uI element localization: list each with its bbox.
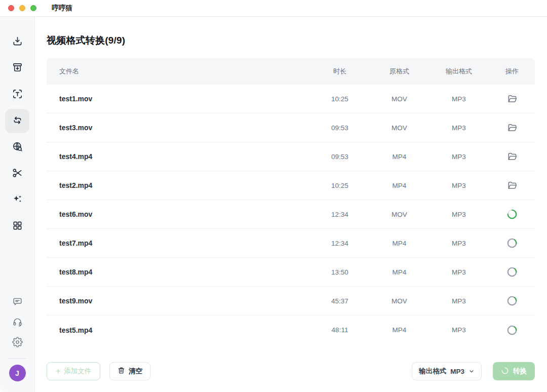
target-format: MP3: [428, 211, 489, 218]
progress-spinner: [506, 325, 518, 336]
app-window: 哼哼猫: [0, 0, 547, 392]
zoom-button[interactable]: [30, 5, 36, 11]
open-folder-button[interactable]: [507, 151, 518, 162]
trash-icon: [118, 367, 125, 376]
close-button[interactable]: [8, 5, 14, 11]
sidebar-item-archive-import[interactable]: [5, 56, 29, 81]
file-name: test8.mp4: [47, 268, 309, 276]
download-icon: [12, 35, 23, 49]
target-format: MP3: [428, 124, 489, 132]
clear-label: 清空: [129, 367, 142, 376]
plus-icon: +: [56, 367, 60, 375]
user-avatar[interactable]: J: [9, 365, 26, 381]
sidebar-item-feedback[interactable]: [7, 292, 27, 312]
minimize-button[interactable]: [19, 5, 25, 11]
archive-import-icon: [12, 62, 23, 75]
table-row: test1.mov 10:25 MOV MP3: [47, 85, 535, 113]
table-row: test5.mp4 48:11 MP4 MP3: [47, 316, 535, 344]
target-format: MP3: [428, 326, 489, 334]
target-format: MP3: [428, 153, 489, 161]
page-title: 视频格式转换(9/9): [47, 34, 535, 47]
titlebar: 哼哼猫: [0, 0, 547, 17]
table-row: test2.mp4 10:25 MP4 MP3: [47, 171, 535, 200]
file-duration: 48:11: [309, 326, 370, 334]
main-content: 视频格式转换(9/9) 文件名 时长 原格式 输出格式 操作 test1.mov…: [35, 17, 547, 392]
web-search-icon: [12, 141, 23, 154]
sidebar-divider: [8, 358, 27, 359]
open-folder-button[interactable]: [507, 180, 518, 191]
source-format: MP4: [370, 182, 428, 189]
feedback-icon: [12, 296, 23, 308]
file-name: test2.mp4: [47, 181, 309, 189]
progress-spinner: [506, 238, 518, 249]
table-row: test6.mov 12:34 MOV MP3: [47, 200, 535, 229]
sidebar-item-text-scan[interactable]: [5, 83, 29, 107]
source-format: MOV: [370, 124, 428, 132]
source-format: MOV: [370, 95, 428, 103]
sidebar-item-ai[interactable]: [5, 188, 29, 212]
scissors-icon: [12, 167, 23, 180]
column-header-output-format: 输出格式: [428, 67, 489, 76]
chevron-down-icon: [468, 368, 475, 374]
column-header-action: 操作: [489, 67, 535, 76]
apps-grid-icon: [12, 220, 23, 233]
clear-button[interactable]: 清空: [109, 362, 150, 380]
sidebar: J: [0, 17, 35, 392]
file-name: test9.mov: [47, 297, 309, 305]
table-body: test1.mov 10:25 MOV MP3 test3.mov 09:53 …: [47, 85, 535, 344]
target-format: MP3: [428, 182, 489, 189]
source-format: MOV: [370, 211, 428, 218]
footer-bar: + 添加文件 清空 输出格式 MP3 转换: [47, 362, 535, 380]
table-header: 文件名 时长 原格式 输出格式 操作: [47, 58, 535, 85]
target-format: MP3: [428, 95, 489, 103]
file-duration: 45:37: [309, 297, 370, 305]
sidebar-item-web-search[interactable]: [5, 135, 29, 160]
target-format: MP3: [428, 268, 489, 276]
file-name: test5.mp4: [47, 326, 309, 334]
convert-button[interactable]: 转换: [493, 362, 535, 380]
sidebar-item-format-convert[interactable]: [5, 109, 29, 133]
target-format: MP3: [428, 297, 489, 305]
sidebar-item-download[interactable]: [5, 30, 29, 54]
column-header-duration: 时长: [309, 67, 370, 76]
window-title: 哼哼猫: [52, 4, 72, 13]
format-convert-icon: [12, 114, 23, 128]
settings-gear-icon: [12, 337, 23, 349]
file-duration: 10:25: [309, 182, 370, 189]
source-format: MP4: [370, 268, 428, 276]
output-format-dropdown[interactable]: 输出格式 MP3: [412, 362, 482, 380]
table-row: test8.mp4 13:50 MP4 MP3: [47, 258, 535, 287]
source-format: MP4: [370, 153, 428, 161]
open-folder-button[interactable]: [507, 123, 518, 133]
file-duration: 09:53: [309, 124, 370, 132]
source-format: MOV: [370, 297, 428, 305]
output-format-label: 输出格式: [419, 367, 446, 376]
support-headset-icon: [12, 317, 23, 329]
sidebar-item-apps[interactable]: [5, 214, 29, 239]
sparkles-icon: [12, 193, 23, 207]
file-duration: 12:34: [309, 211, 370, 218]
sidebar-item-settings[interactable]: [7, 333, 27, 353]
table-row: test7.mp4 12:34 MP4 MP3: [47, 229, 535, 258]
progress-spinner: [506, 209, 518, 220]
table-row: test3.mov 09:53 MOV MP3: [47, 113, 535, 142]
add-files-button[interactable]: + 添加文件: [47, 362, 100, 380]
sidebar-item-support[interactable]: [7, 312, 27, 333]
loading-spinner-icon: [501, 367, 509, 376]
progress-spinner: [506, 295, 518, 306]
text-scan-icon: [12, 88, 23, 101]
column-header-filename: 文件名: [47, 67, 309, 76]
progress-spinner: [506, 266, 518, 278]
sidebar-item-trim[interactable]: [5, 162, 29, 186]
open-folder-button[interactable]: [507, 94, 518, 104]
file-duration: 10:25: [309, 95, 370, 103]
file-name: test1.mov: [47, 95, 309, 103]
file-name: test7.mp4: [47, 239, 309, 247]
file-duration: 09:53: [309, 153, 370, 161]
table-row: test4.mp4 09:53 MP4 MP3: [47, 142, 535, 171]
file-name: test4.mp4: [47, 152, 309, 161]
file-name: test3.mov: [47, 124, 309, 132]
add-files-label: 添加文件: [64, 367, 91, 376]
file-name: test6.mov: [47, 210, 309, 218]
file-duration: 13:50: [309, 268, 370, 276]
